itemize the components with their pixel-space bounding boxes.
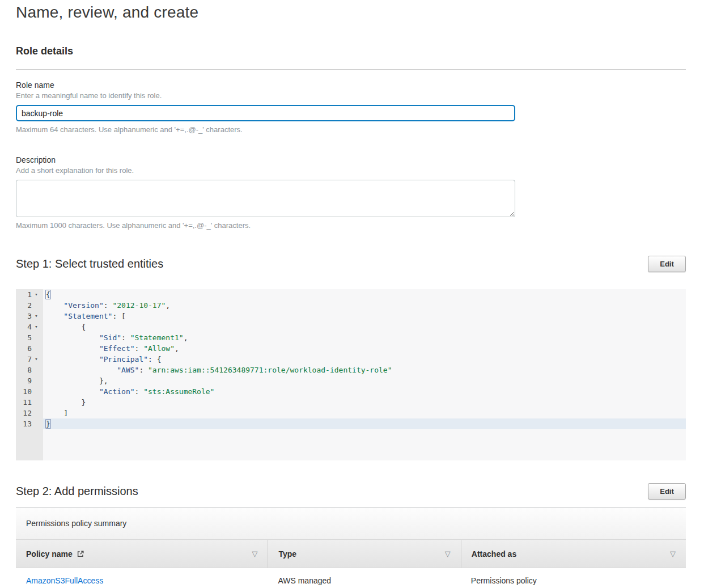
editor-line-number: 4▾: [16, 322, 43, 332]
json-punctuation: [46, 301, 63, 310]
editor-code-line[interactable]: ]: [46, 408, 686, 418]
trust-policy-editor[interactable]: 1▾23▾4▾567▾8910111213 { "Version": "2012…: [16, 289, 686, 460]
policy-name-link[interactable]: AmazonS3FullAccess: [26, 576, 103, 585]
json-punctuation: :: [139, 366, 148, 374]
step2-title: Step 2: Add permissions: [16, 485, 138, 498]
editor-gutter: 1▾23▾4▾567▾8910111213: [16, 289, 43, 460]
line-number: 4: [16, 322, 32, 332]
editor-line-number: 12: [16, 408, 43, 418]
line-number: 10: [16, 386, 32, 397]
json-punctuation: ,: [184, 333, 188, 342]
json-key: "Sid": [99, 333, 121, 342]
json-punctuation: : [: [112, 312, 125, 320]
json-punctuation: },: [46, 377, 108, 385]
json-punctuation: }: [45, 419, 51, 429]
page-title: Name, review, and create: [16, 3, 686, 22]
json-punctuation: }: [46, 398, 86, 407]
editor-code-line[interactable]: }: [43, 418, 686, 429]
line-number: 13: [16, 418, 32, 429]
json-punctuation: {: [45, 290, 51, 299]
editor-line-number: 1▾: [16, 289, 43, 300]
json-punctuation: [46, 387, 99, 396]
table-cell: AmazonS3FullAccess: [16, 568, 268, 588]
json-string: "Statement1": [130, 333, 184, 342]
editor-code-line[interactable]: "Sid": "Statement1",: [46, 332, 686, 343]
editor-code-line[interactable]: "Principal": {: [46, 354, 686, 365]
json-punctuation: :: [121, 333, 130, 342]
permissions-panel-title: Permissions policy summary: [16, 507, 686, 540]
editor-code-line[interactable]: {: [46, 322, 686, 332]
editor-line-number: 5: [16, 332, 43, 343]
column-header-attached-as: Attached as▽: [461, 540, 686, 568]
role-name-input[interactable]: [16, 105, 515, 121]
editor-code-line[interactable]: "Effect": "Allow",: [46, 343, 686, 354]
json-punctuation: [46, 312, 63, 320]
column-label: Attached as: [472, 549, 516, 559]
json-key: "AWS": [117, 366, 139, 374]
role-details-heading: Role details: [16, 45, 686, 57]
json-punctuation: [46, 355, 99, 363]
external-link-icon: [77, 550, 84, 558]
column-header-type: Type▽: [268, 540, 460, 568]
editor-line-number: 2: [16, 300, 43, 311]
editor-code-line[interactable]: {: [46, 289, 686, 300]
json-punctuation: ]: [46, 409, 68, 417]
sort-filter-icon[interactable]: ▽: [445, 549, 451, 558]
line-number: 1: [16, 289, 32, 300]
json-string: "arn:aws:iam::541263489771:role/workload…: [148, 366, 392, 374]
line-number: 8: [16, 365, 32, 375]
description-textarea[interactable]: [16, 180, 515, 217]
role-name-label: Role name: [16, 81, 686, 90]
line-number: 6: [16, 343, 32, 354]
fold-caret-icon[interactable]: ▾: [32, 354, 41, 365]
json-punctuation: :: [104, 301, 113, 310]
fold-caret-icon[interactable]: ▾: [32, 289, 41, 300]
json-key: "Effect": [99, 344, 135, 353]
editor-line-number: 7▾: [16, 354, 43, 365]
json-punctuation: ,: [175, 344, 179, 353]
step2-edit-button[interactable]: Edit: [648, 483, 686, 500]
table-cell: Permissions policy: [461, 568, 686, 588]
json-punctuation: : {: [148, 355, 161, 363]
json-punctuation: {: [46, 323, 86, 331]
editor-code-line[interactable]: }: [46, 397, 686, 408]
step1-edit-button[interactable]: Edit: [648, 256, 686, 272]
json-punctuation: :: [135, 344, 144, 353]
json-punctuation: ,: [166, 301, 170, 310]
page: Name, review, and create Role details Ro…: [0, 0, 704, 588]
json-key: "Principal": [99, 355, 148, 363]
editor-line-number: 3▾: [16, 311, 43, 322]
section-divider: [16, 69, 686, 70]
editor-line-number: 9: [16, 375, 43, 386]
editor-code-line[interactable]: },: [46, 375, 686, 386]
editor-code[interactable]: { "Version": "2012-10-17", "Statement": …: [43, 289, 686, 460]
column-header-policy-name: Policy name▽: [16, 540, 268, 568]
editor-line-number: 11: [16, 397, 43, 408]
editor-code-line[interactable]: "Version": "2012-10-17",: [46, 300, 686, 311]
json-punctuation: :: [135, 387, 144, 396]
permissions-panel: Permissions policy summary Policy name▽T…: [16, 507, 686, 588]
sort-filter-icon[interactable]: ▽: [252, 549, 257, 558]
editor-code-line[interactable]: "Statement": [: [46, 311, 686, 322]
column-label: Policy name: [26, 549, 73, 559]
json-string: "Allow": [143, 344, 175, 353]
role-name-constraint: Maximum 64 characters. Use alphanumeric …: [16, 125, 686, 134]
editor-line-number: 8: [16, 365, 43, 375]
line-number: 11: [16, 397, 32, 408]
fold-caret-icon[interactable]: ▾: [32, 322, 41, 332]
editor-code-line[interactable]: "Action": "sts:AssumeRole": [46, 386, 686, 397]
description-hint: Add a short explanation for this role.: [16, 166, 686, 175]
editor-code-line[interactable]: "AWS": "arn:aws:iam::541263489771:role/w…: [46, 365, 686, 375]
json-punctuation: [46, 333, 99, 342]
column-label: Type: [278, 549, 296, 559]
role-name-hint: Enter a meaningful name to identify this…: [16, 91, 686, 100]
fold-caret-icon[interactable]: ▾: [32, 311, 41, 322]
table-cell: AWS managed: [268, 568, 460, 588]
line-number: 7: [16, 354, 32, 365]
sort-filter-icon[interactable]: ▽: [670, 549, 676, 558]
line-number: 3: [16, 311, 32, 322]
step1-title: Step 1: Select trusted entities: [16, 257, 163, 270]
step2-header-row: Step 2: Add permissions Edit: [16, 483, 686, 500]
policy-table-body: AmazonS3FullAccessAWS managedPermissions…: [16, 568, 686, 588]
json-punctuation: [46, 344, 99, 353]
